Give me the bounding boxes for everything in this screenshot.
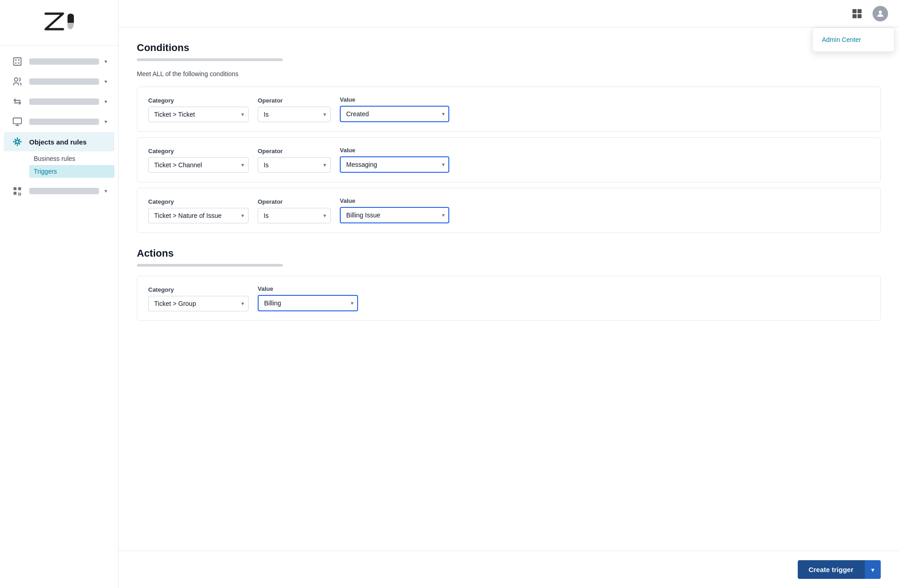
value-select-wrapper-3: Billing Issue Technical Issue General In… [340, 207, 449, 223]
operator-label-1: Operator [258, 97, 331, 104]
svg-rect-3 [15, 62, 16, 64]
category-select-1[interactable]: Ticket > Ticket Ticket > Channel Ticket … [148, 107, 249, 122]
category-label-3: Category [148, 198, 249, 205]
actions-section: Actions Category Ticket > Group Ticket >… [137, 248, 881, 321]
svg-rect-15 [18, 194, 20, 196]
sidebar-item-label: Objects and rules [29, 138, 107, 146]
operator-label-2: Operator [258, 148, 331, 155]
apps-icon [11, 186, 24, 196]
nav-chevron: ▾ [104, 98, 107, 105]
operator-select-2[interactable]: Is Is not [258, 157, 331, 173]
operator-select-3[interactable]: Is Is not [258, 208, 331, 223]
value-select-wrapper-2: Messaging Email Chat ▾ [340, 156, 449, 173]
value-select-1[interactable]: Created Updated Solved [340, 106, 449, 122]
action-value-select-1[interactable]: Billing Support Sales [258, 295, 358, 311]
sidebar-sub-items: Business rules Triggers [4, 152, 114, 178]
user-avatar[interactable] [873, 6, 888, 21]
topbar [119, 0, 899, 27]
sidebar-item-apps[interactable]: ▾ [4, 181, 114, 201]
svg-rect-11 [18, 187, 21, 190]
svg-rect-6 [13, 118, 21, 124]
category-select-3[interactable]: Ticket > Ticket Ticket > Channel Ticket … [148, 208, 249, 223]
footer: Create trigger ▾ [119, 551, 899, 588]
create-trigger-dropdown-button[interactable]: ▾ [864, 560, 881, 579]
condition-row-1: Category Ticket > Ticket Ticket > Channe… [137, 87, 881, 132]
action-category-select-1[interactable]: Ticket > Group Ticket > Assignee Ticket … [148, 296, 249, 311]
svg-rect-14 [20, 193, 21, 194]
condition-row-3: Category Ticket > Ticket Ticket > Channe… [137, 188, 881, 233]
operator-label-3: Operator [258, 198, 331, 205]
svg-rect-12 [14, 192, 16, 195]
transfer-icon [11, 97, 24, 107]
conditions-section: Conditions Meet ALL of the following con… [137, 42, 881, 233]
action-value-label-1: Value [258, 285, 358, 292]
field-group-category-3: Category Ticket > Ticket Ticket > Channe… [148, 198, 249, 223]
field-group-operator-1: Operator Is Is not Contains ▾ [258, 97, 331, 122]
operator-select-wrapper-2: Is Is not ▾ [258, 157, 331, 173]
value-label-2: Value [340, 147, 449, 154]
svg-rect-4 [18, 62, 20, 64]
sidebar-item-objects-and-rules[interactable]: Objects and rules [4, 132, 114, 151]
svg-rect-0 [14, 58, 21, 66]
actions-bar [137, 264, 283, 267]
field-group-value-2: Value Messaging Email Chat ▾ [340, 147, 449, 173]
monitor-icon [11, 117, 24, 127]
nav-label-bar [29, 119, 99, 125]
field-group-value-3: Value Billing Issue Technical Issue Gene… [340, 197, 449, 223]
nav-chevron: ▾ [104, 78, 107, 85]
value-select-3[interactable]: Billing Issue Technical Issue General In… [340, 207, 449, 223]
svg-rect-13 [18, 193, 20, 194]
objects-icon [11, 137, 24, 147]
nav-label-bar [29, 58, 99, 65]
field-group-category-2: Category Ticket > Ticket Ticket > Channe… [148, 148, 249, 173]
conditions-description: Meet ALL of the following conditions [137, 70, 881, 77]
category-select-2[interactable]: Ticket > Ticket Ticket > Channel Ticket … [148, 157, 249, 173]
field-group-operator-3: Operator Is Is not ▾ [258, 198, 331, 223]
admin-center-link[interactable]: Admin Center [813, 31, 894, 48]
nav-label-bar [29, 188, 99, 194]
conditions-bar [137, 58, 283, 61]
svg-rect-10 [14, 187, 16, 190]
value-label-3: Value [340, 197, 449, 204]
sidebar-item-workspace[interactable]: ▾ [4, 52, 114, 71]
svg-rect-1 [15, 59, 16, 61]
nav-label-bar [29, 78, 99, 85]
category-label-2: Category [148, 148, 249, 155]
zendesk-logo [41, 10, 78, 35]
create-trigger-button[interactable]: Create trigger [798, 560, 864, 579]
grid-icon[interactable] [849, 5, 865, 22]
field-group-category-1: Category Ticket > Ticket Ticket > Channe… [148, 97, 249, 122]
operator-select-wrapper-3: Is Is not ▾ [258, 208, 331, 223]
nav-chevron: ▾ [104, 58, 107, 65]
apps-dropdown: Admin Center [812, 27, 894, 52]
nav-chevron: ▾ [104, 188, 107, 194]
svg-point-9 [16, 140, 19, 143]
sidebar-subitem-business-rules[interactable]: Business rules [29, 152, 114, 165]
action-category-label-1: Category [148, 286, 249, 293]
sidebar-navigation: ▾ ▾ ▾ ▾ [0, 46, 118, 588]
sidebar-logo [0, 0, 118, 46]
sidebar-item-people[interactable]: ▾ [4, 72, 114, 91]
category-select-wrapper-2: Ticket > Ticket Ticket > Channel Ticket … [148, 157, 249, 173]
sidebar-subitem-triggers[interactable]: Triggers [29, 165, 114, 178]
people-icon [11, 77, 24, 87]
svg-point-17 [879, 10, 882, 14]
sidebar-item-monitor[interactable]: ▾ [4, 112, 114, 131]
svg-rect-16 [20, 194, 21, 196]
nav-label-bar [29, 98, 99, 105]
conditions-title: Conditions [137, 42, 881, 54]
value-select-2[interactable]: Messaging Email Chat [340, 156, 449, 173]
content-area: Conditions Meet ALL of the following con… [119, 27, 899, 551]
value-label-1: Value [340, 96, 449, 103]
svg-point-5 [15, 78, 18, 81]
actions-title: Actions [137, 248, 881, 259]
field-group-action-value-1: Value Billing Support Sales ▾ [258, 285, 358, 311]
sidebar-item-transfer[interactable]: ▾ [4, 92, 114, 111]
action-row-1: Category Ticket > Group Ticket > Assigne… [137, 276, 881, 321]
category-select-wrapper-3: Ticket > Ticket Ticket > Channel Ticket … [148, 208, 249, 223]
main-content: Admin Center Conditions Meet ALL of the … [119, 0, 899, 588]
sidebar: ▾ ▾ ▾ ▾ [0, 0, 119, 588]
nav-chevron: ▾ [104, 119, 107, 125]
operator-select-1[interactable]: Is Is not Contains [258, 107, 331, 122]
apps-grid-icon [852, 9, 862, 18]
